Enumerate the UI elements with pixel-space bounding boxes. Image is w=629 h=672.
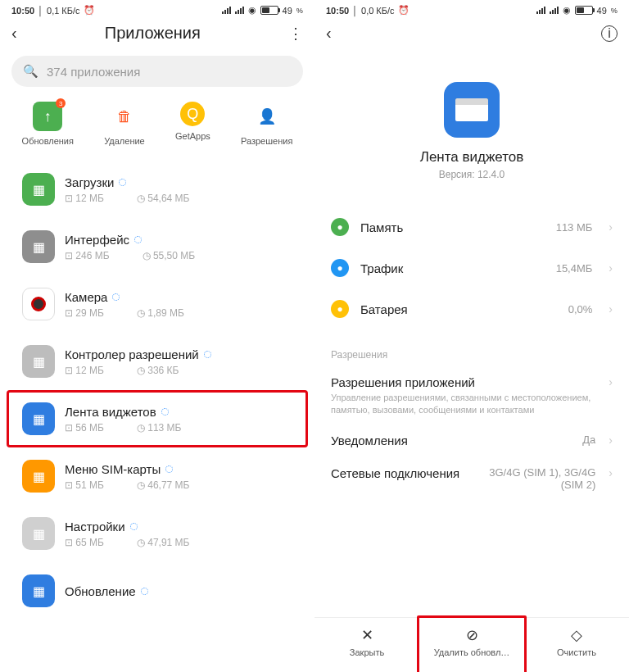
detail-row[interactable]: ●Память113 МБ› xyxy=(314,207,629,247)
permission-title: Уведомления xyxy=(331,434,574,447)
storage-size: ◷ 113 МБ xyxy=(137,422,182,434)
app-icon: ▦ xyxy=(22,460,55,493)
detail-row[interactable]: ●Трафик15,4МБ› xyxy=(314,247,629,288)
loading-icon xyxy=(161,408,169,415)
detail-row[interactable]: ●Батарея0,0%› xyxy=(314,288,629,329)
back-icon[interactable]: ‹ xyxy=(326,24,332,43)
app-title: Интерфейс xyxy=(65,233,292,247)
app-row[interactable]: ▦Контролер разрешений ⊡ 12 МБ◷ 336 КБ xyxy=(9,335,305,388)
install-size: ⊡ 51 МБ xyxy=(65,479,104,491)
permission-title: Сетевые подключения xyxy=(331,466,473,480)
app-icon: ▦ xyxy=(22,402,55,435)
detail-label: Память xyxy=(360,220,545,234)
app-row[interactable]: ▦Интерфейс ⊡ 246 МБ◷ 55,50 МБ xyxy=(9,220,305,273)
app-icon: ▦ xyxy=(22,517,55,550)
storage-size: ◷ 336 КБ xyxy=(137,365,179,376)
app-title: Лента виджетов xyxy=(65,405,292,419)
search-icon: 🔍 xyxy=(23,64,38,79)
loading-icon xyxy=(165,465,173,473)
app-icon: ▦ xyxy=(22,574,55,607)
search-input[interactable]: 🔍 374 приложения xyxy=(11,56,303,87)
eraser-icon: ◇ xyxy=(571,626,582,644)
statusbar: 10:50 │ 0,1 КБ/с ⏰ ◉49% xyxy=(0,0,314,17)
install-size: ⊡ 12 МБ xyxy=(65,365,104,376)
app-row[interactable]: ▦Настройки ⊡ 65 МБ◷ 47,91 МБ xyxy=(9,507,305,560)
signal-icon xyxy=(235,7,244,14)
quick-delete[interactable]: 🗑Удаление xyxy=(104,102,145,146)
alarm-icon: ⏰ xyxy=(84,5,95,16)
app-title: Камера xyxy=(65,290,292,304)
wifi-icon: ◉ xyxy=(248,5,256,16)
permissions-header: Разрешения xyxy=(314,329,629,367)
install-size: ⊡ 246 МБ xyxy=(65,250,110,261)
action-clear[interactable]: ◇Очистить xyxy=(524,618,629,672)
app-row[interactable]: Камера ⊡ 29 МБ◷ 1,89 МБ xyxy=(9,278,305,330)
chevron-right-icon: › xyxy=(609,466,613,479)
action-close[interactable]: ✕Закрыть xyxy=(314,618,419,672)
app-row[interactable]: ▦Загрузки ⊡ 12 МБ◷ 54,64 МБ xyxy=(9,163,305,216)
chevron-right-icon: › xyxy=(609,375,613,388)
permission-value: Да xyxy=(582,434,595,446)
app-icon xyxy=(22,288,55,320)
app-list: ▦Загрузки ⊡ 12 МБ◷ 54,64 МБ▦Интерфейс ⊡ … xyxy=(0,161,314,620)
app-title: Контролер разрешений xyxy=(65,347,292,361)
loading-icon xyxy=(204,351,211,358)
alarm-icon: ⏰ xyxy=(398,5,410,16)
storage-size: ◷ 55,50 МБ xyxy=(143,250,196,261)
install-size: ⊡ 12 МБ xyxy=(65,193,104,204)
app-row[interactable]: ▦Лента виджетов ⊡ 56 МБ◷ 113 МБ xyxy=(9,393,305,445)
chevron-right-icon: › xyxy=(609,302,613,316)
app-row[interactable]: ▦Меню SIM-карты ⊡ 51 МБ◷ 46,77 МБ xyxy=(9,450,305,502)
detail-label: Батарея xyxy=(360,302,557,316)
close-icon: ✕ xyxy=(361,626,373,644)
storage-size: ◷ 54,64 МБ xyxy=(137,193,190,204)
detail-icon: ● xyxy=(331,259,349,277)
app-icon-large xyxy=(444,82,500,138)
storage-size: ◷ 1,89 МБ xyxy=(137,307,184,319)
loading-icon xyxy=(112,293,120,301)
permission-desc: Управление разрешениями, связанными с ме… xyxy=(331,392,595,417)
permission-row[interactable]: Разрешения приложенийУправление разрешен… xyxy=(314,367,629,425)
detail-value: 15,4МБ xyxy=(556,262,593,275)
loading-icon xyxy=(119,179,126,186)
prohibit-icon: ⊘ xyxy=(466,626,478,644)
app-title: Загрузки xyxy=(65,175,292,189)
battery-icon xyxy=(260,6,278,15)
signal-icon xyxy=(536,7,545,14)
storage-size: ◷ 47,91 МБ xyxy=(137,537,190,548)
action-uninstall-updates[interactable]: ⊘Удалить обновл… xyxy=(417,615,527,672)
quick-getapps[interactable]: QGetApps xyxy=(175,102,210,146)
chevron-right-icon: › xyxy=(609,434,613,447)
permission-title: Разрешения приложений xyxy=(331,375,595,389)
chevron-right-icon: › xyxy=(609,261,613,275)
wifi-icon: ◉ xyxy=(563,5,571,16)
permission-value: 3G/4G (SIM 1), 3G/4G (SIM 2) xyxy=(481,466,595,491)
app-version: Версия: 12.4.0 xyxy=(314,169,629,180)
app-icon: ▦ xyxy=(22,230,55,263)
more-icon[interactable]: ⋮ xyxy=(288,25,303,43)
storage-size: ◷ 46,77 МБ xyxy=(137,479,190,491)
detail-icon: ● xyxy=(331,218,349,236)
install-size: ⊡ 65 МБ xyxy=(65,537,104,548)
back-icon[interactable]: ‹ xyxy=(11,24,17,43)
detail-value: 0,0% xyxy=(568,303,593,316)
app-name: Лента виджетов xyxy=(314,149,629,166)
quick-permissions[interactable]: 👤Разрешения xyxy=(241,102,292,146)
app-icon: ▦ xyxy=(22,173,55,206)
bottom-actions: ✕Закрыть ⊘Удалить обновл… ◇Очистить xyxy=(314,617,629,672)
permission-row[interactable]: Сетевые подключения3G/4G (SIM 1), 3G/4G … xyxy=(314,458,629,499)
detail-icon: ● xyxy=(331,300,349,318)
chevron-right-icon: › xyxy=(609,220,613,234)
permission-row[interactable]: УведомленияДа› xyxy=(314,425,629,458)
panel-app-detail: 10:50 │ 0,0 КБ/с ⏰ ◉49% ‹ i Лента виджет… xyxy=(314,0,629,672)
app-icon: ▦ xyxy=(22,345,55,378)
install-size: ⊡ 56 МБ xyxy=(65,422,104,434)
app-row[interactable]: ▦Обновление xyxy=(9,565,305,617)
app-title: Меню SIM-карты xyxy=(65,462,292,476)
loading-icon xyxy=(141,588,148,595)
info-icon[interactable]: i xyxy=(601,25,618,42)
panel-apps-list: 10:50 │ 0,1 КБ/с ⏰ ◉49% ‹ Приложения ⋮ 🔍… xyxy=(0,0,314,672)
detail-label: Трафик xyxy=(360,261,545,275)
quick-updates[interactable]: ↑3Обновления xyxy=(22,102,74,146)
loading-icon xyxy=(134,236,142,243)
